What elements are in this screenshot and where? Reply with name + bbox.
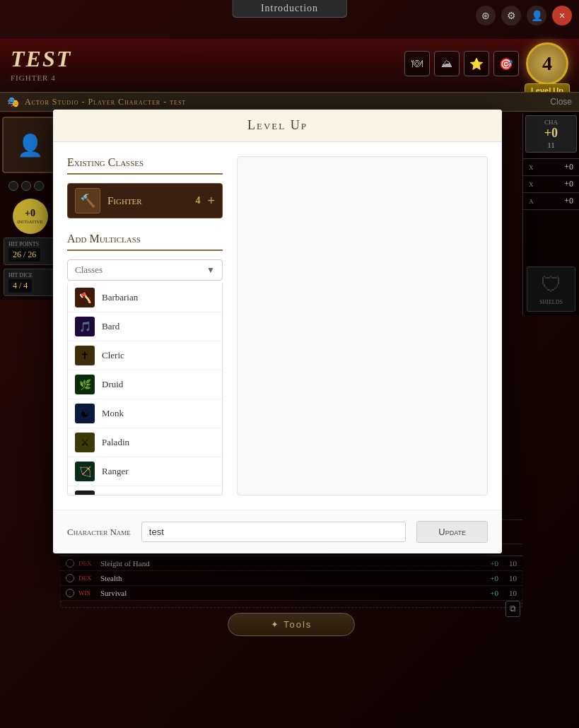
cleric-icon: ✝: [75, 346, 95, 365]
modal-left-panel: Existing Classes 🔨 Fighter 4 + Add Multi…: [67, 156, 223, 495]
level-badge: 4: [526, 42, 568, 85]
skills-area: DEX Sleight of Hand +0 10 DEX Stealth +0…: [60, 556, 522, 601]
level-up-modal: Level Up Existing Classes 🔨 Fighter 4 + …: [53, 110, 502, 553]
skill-mod-1: +0: [477, 559, 498, 568]
char-name-label: Character Name: [67, 527, 131, 538]
skill-score-3: 10: [503, 589, 517, 597]
intro-tab[interactable]: Introduction: [232, 0, 347, 18]
fighter-name: Fighter: [107, 195, 188, 207]
existing-classes-title: Existing Classes: [67, 156, 223, 175]
prof-circles: [0, 177, 60, 195]
tools-button[interactable]: ✦ Tools: [228, 613, 356, 636]
barbarian-name: Barbarian: [102, 292, 138, 303]
cha-label: CHA: [527, 119, 575, 126]
prof-circle-2: [21, 181, 31, 191]
skill-name-1: Sleight of Hand: [100, 559, 473, 568]
char-name-input[interactable]: [141, 522, 406, 542]
hp-label: Hit Points: [8, 241, 52, 247]
intro-tab-label: Introduction: [261, 3, 318, 13]
class-item-barbarian[interactable]: 🪓 Barbarian: [68, 283, 222, 312]
class-item-bard[interactable]: 🎵 Bard: [68, 312, 222, 341]
cleric-name: Cleric: [102, 350, 124, 361]
actor-studio-bar: 🎭 Actor Studio - Player Character - test…: [0, 92, 579, 112]
existing-class-fighter: 🔨 Fighter 4 +: [67, 183, 223, 218]
cha-stat-box: CHA +0 11: [525, 115, 577, 153]
copy-icon-btn[interactable]: ⧉: [505, 601, 520, 617]
right-stat-rows: X +0 X +0 A +0: [523, 158, 579, 210]
rogue-icon: 🗡: [75, 491, 95, 495]
fighter-add-button[interactable]: +: [207, 194, 215, 209]
classes-dropdown-text: Classes: [75, 264, 103, 276]
close-icon: ×: [559, 10, 565, 21]
barbarian-icon: 🪓: [75, 288, 95, 307]
add-icon: +: [207, 194, 215, 208]
paladin-icon: ⚔: [75, 433, 95, 452]
paladin-name: Paladin: [102, 437, 129, 448]
modal-right-panel: [237, 156, 488, 495]
top-icons-bar: ⊛ ⚙ 👤 ×: [476, 6, 572, 25]
stat-row-1-label: X: [529, 164, 534, 171]
character-info: TEST FIGHTER 4: [11, 46, 71, 82]
action-icon-3[interactable]: ⭐: [464, 51, 489, 76]
stat-row-3: A +0: [523, 193, 579, 210]
class-item-paladin[interactable]: ⚔ Paladin: [68, 428, 222, 457]
druid-name: Druid: [102, 379, 123, 390]
hd-value: 4 / 4: [8, 279, 32, 293]
app-close-btn[interactable]: ×: [552, 6, 572, 25]
dropdown-arrow-icon: ▼: [206, 265, 215, 276]
level-number: 4: [542, 52, 552, 75]
modal-title: Level Up: [67, 118, 488, 133]
update-button[interactable]: Update: [416, 521, 488, 543]
class-item-druid[interactable]: 🌿 Druid: [68, 370, 222, 399]
skill-mod-2: +0: [477, 574, 498, 582]
user-icon-btn[interactable]: 👤: [527, 6, 546, 25]
skill-row-1: DEX Sleight of Hand +0 10: [60, 556, 522, 571]
hp-value: 26 / 26: [8, 248, 40, 262]
monk-icon: ☯: [75, 404, 95, 423]
fighter-icon: 🔨: [75, 188, 100, 213]
action-icon-4[interactable]: 🎯: [493, 51, 519, 76]
skill-score-1: 10: [503, 559, 517, 568]
initiative-value: +0: [25, 208, 35, 219]
rogue-name: Rogue: [102, 495, 126, 495]
skill-type-2: DEX: [78, 575, 96, 582]
update-label: Update: [438, 527, 466, 537]
hit-dice-box: Hit Dice 4 / 4: [4, 269, 57, 296]
initiative-box: +0 Initiative: [13, 199, 48, 234]
stat-row-3-label: A: [529, 198, 534, 205]
actor-studio-text: Actor Studio - Player Character - test: [25, 97, 186, 107]
menu-icon-btn[interactable]: ⊛: [476, 6, 496, 25]
fighter-level: 4: [195, 195, 200, 206]
hit-points-box: Hit Points 26 / 26: [4, 237, 57, 265]
action-icon-1[interactable]: 🍽: [404, 51, 430, 76]
class-item-cleric[interactable]: ✝ Cleric: [68, 341, 222, 370]
avatar: 👤: [2, 117, 59, 173]
class-item-rogue[interactable]: 🗡 Rogue: [68, 486, 222, 495]
character-actions: 🍽 ⛰ ⭐ 🎯 4 Level Up: [404, 42, 568, 85]
stat-row-1: X +0: [523, 159, 579, 176]
skill-proficiency-3: [66, 589, 74, 597]
class-item-ranger[interactable]: 🏹 Ranger: [68, 457, 222, 486]
skill-row-3: WIS Survival +0 10: [60, 586, 522, 601]
modal-footer: Character Name Update: [53, 510, 502, 553]
cha-score: 11: [527, 141, 575, 149]
ranger-icon: 🏹: [75, 462, 95, 481]
action-icon-2[interactable]: ⛰: [434, 51, 460, 76]
class-item-monk[interactable]: ☯ Monk: [68, 399, 222, 428]
skill-name-3: Survival: [100, 589, 473, 597]
skill-proficiency-2: [66, 574, 74, 582]
skill-type-3: WIS: [78, 589, 96, 597]
modal-header: Level Up: [53, 110, 502, 142]
classes-dropdown[interactable]: Classes ▼: [67, 259, 223, 281]
add-multiclass-title: Add Multiclass: [67, 233, 223, 251]
monk-name: Monk: [102, 408, 124, 419]
initiative-label: Initiative: [17, 219, 43, 225]
modal-body: Existing Classes 🔨 Fighter 4 + Add Multi…: [53, 142, 502, 510]
skill-proficiency-1: [66, 559, 74, 568]
stat-row-2-label: X: [529, 181, 534, 188]
stat-row-2: X +0: [523, 176, 579, 193]
close-studio-button[interactable]: Close: [550, 97, 572, 107]
settings-icon-btn[interactable]: ⚙: [501, 6, 521, 25]
hd-label: Hit Dice: [8, 272, 52, 278]
bard-name: Bard: [102, 321, 119, 332]
